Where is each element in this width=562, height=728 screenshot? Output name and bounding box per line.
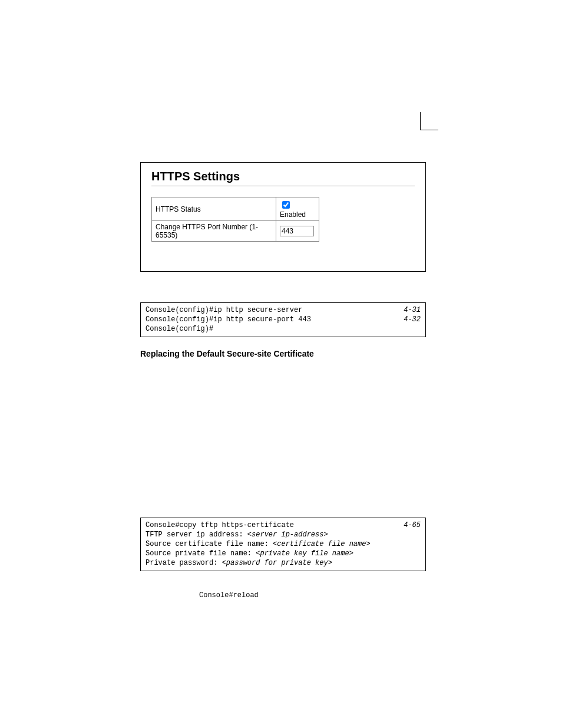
https-status-value-cell: Enabled	[276, 197, 319, 221]
cli-output-1: Console(config)#ip http secure-server 4-…	[140, 302, 426, 337]
cli-page-ref: 4-31	[404, 305, 421, 315]
cli-placeholder: <private key file name>	[256, 549, 353, 558]
https-settings-panel: HTTPS Settings HTTPS Status Enabled Chan…	[140, 162, 426, 272]
cli-line: Console#copy tftp https-certificate 4-65	[146, 521, 421, 530]
cli-prompt-text: Private password:	[146, 559, 222, 567]
https-port-label: Change HTTPS Port Number (1-65535)	[152, 221, 276, 242]
page-content: HTTPS Settings HTTPS Status Enabled Chan…	[140, 162, 426, 599]
cli-placeholder: <certificate file name>	[273, 540, 371, 548]
cli-command: Console(config)#ip http secure-server	[146, 305, 302, 315]
table-row: HTTPS Status Enabled	[152, 197, 319, 221]
https-status-label: HTTPS Status	[152, 197, 276, 221]
settings-table: HTTPS Status Enabled Change HTTPS Port N…	[151, 197, 319, 242]
cli-line: Console(config)#ip http secure-server 4-…	[146, 305, 421, 315]
cli-placeholder: <server ip-address>	[247, 531, 328, 539]
https-port-value-cell	[276, 221, 319, 242]
table-row: Change HTTPS Port Number (1-65535)	[152, 221, 319, 242]
cli-prompt-text: Source private file name:	[146, 549, 256, 558]
cli-line: Source certificate file name: <certifica…	[146, 539, 421, 549]
cli-line: Console(config)#ip http secure-port 443 …	[146, 315, 421, 324]
cli-prompt-text: TFTP server ip address:	[146, 531, 247, 539]
cli-line: Source private file name: <private key f…	[146, 549, 421, 558]
https-port-input[interactable]	[280, 226, 314, 236]
panel-title: HTTPS Settings	[151, 170, 415, 183]
cli-command: Console(config)#ip http secure-port 443	[146, 315, 311, 324]
cli-command: Console(config)#	[146, 324, 213, 334]
cli-line: TFTP server ip address: <server ip-addre…	[146, 530, 421, 539]
panel-divider	[151, 186, 415, 186]
reload-command: Console#reload	[199, 591, 426, 599]
section-heading: Replacing the Default Secure-site Certif…	[140, 349, 426, 358]
cli-prompt-text: Source certificate file name:	[146, 540, 273, 548]
cli-command: Console#copy tftp https-certificate	[146, 521, 294, 530]
cli-page-ref: 4-32	[404, 315, 421, 324]
crop-mark	[420, 112, 438, 130]
cli-line: Console(config)#	[146, 324, 421, 334]
cli-output-2: Console#copy tftp https-certificate 4-65…	[140, 518, 426, 571]
cli-page-ref: 4-65	[404, 521, 421, 530]
cli-placeholder: <password for private key>	[222, 559, 332, 567]
cli-line: Private password: <password for private …	[146, 558, 421, 568]
https-status-checkbox[interactable]	[282, 201, 290, 209]
enabled-label: Enabled	[280, 210, 306, 219]
